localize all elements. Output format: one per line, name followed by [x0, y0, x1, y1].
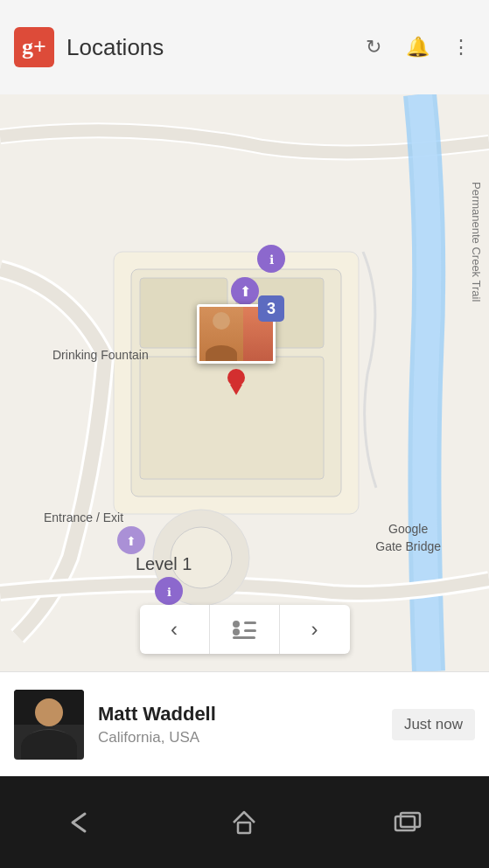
person-avatar — [14, 690, 84, 760]
svg-rect-26 — [401, 813, 420, 827]
label-drinking-fountain: Drinking Fountain — [52, 348, 149, 362]
svg-text:ℹ: ℹ — [269, 253, 274, 267]
navigation-bar — [0, 776, 489, 868]
back-icon[interactable] — [55, 796, 108, 849]
gplus-logo: g+ — [14, 27, 54, 67]
svg-point-19 — [233, 621, 240, 628]
notification-icon[interactable]: 🔔 — [403, 33, 431, 61]
svg-point-8 — [231, 277, 259, 305]
person-card: Matt Waddell California, USA Just now — [0, 671, 489, 776]
refresh-icon[interactable]: ↻ — [360, 33, 388, 61]
person-name: Matt Waddell — [98, 703, 378, 726]
label-level1: Level 1 — [136, 554, 192, 574]
map-view[interactable]: ⬆ ℹ ⬆ ℹ ⬆ Permanente Creek Trail Drinkin… — [0, 94, 489, 671]
top-bar: g+ Locations ↻ 🔔 ⋮ — [0, 0, 489, 94]
svg-rect-22 — [244, 629, 256, 632]
more-icon[interactable]: ⋮ — [447, 33, 475, 61]
next-button[interactable]: › — [280, 605, 350, 654]
list-button[interactable] — [210, 605, 280, 654]
label-google-gate: GoogleGate Bridge — [375, 521, 441, 555]
svg-rect-25 — [395, 816, 415, 830]
svg-text:⬆: ⬆ — [126, 534, 136, 548]
svg-point-21 — [233, 628, 240, 635]
svg-text:ℹ: ℹ — [167, 586, 171, 599]
top-bar-actions: ↻ 🔔 ⋮ — [360, 33, 475, 61]
label-entrance-exit: Entrance / Exit — [44, 510, 123, 524]
location-marker[interactable]: 3 — [197, 304, 276, 386]
recents-icon[interactable] — [381, 796, 434, 849]
svg-text:Permanente Creek Trail: Permanente Creek Trail — [470, 182, 483, 302]
person-location: California, USA — [98, 729, 378, 746]
home-icon[interactable] — [218, 796, 270, 849]
svg-text:⬆: ⬆ — [240, 284, 251, 299]
svg-rect-24 — [238, 823, 250, 833]
svg-rect-20 — [244, 621, 256, 624]
time-badge: Just now — [392, 709, 475, 740]
count-badge: 3 — [258, 295, 284, 322]
svg-point-10 — [257, 245, 285, 273]
map-navigation: ‹ › — [140, 605, 350, 654]
page-title: Locations — [66, 34, 347, 61]
svg-point-14 — [155, 577, 183, 605]
person-info: Matt Waddell California, USA — [98, 703, 378, 746]
prev-button[interactable]: ‹ — [140, 605, 210, 654]
svg-point-12 — [117, 526, 145, 554]
svg-rect-23 — [233, 636, 255, 639]
